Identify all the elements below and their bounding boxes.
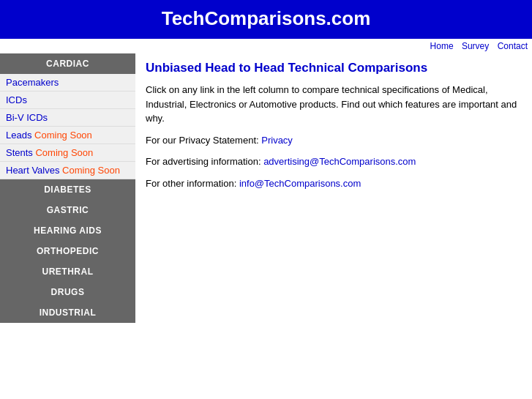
sidebar-section-industrial[interactable]: INDUSTRIAL: [0, 302, 135, 323]
sidebar: CARDIAC Pacemakers ICDs Bi-V ICDs Leads …: [0, 53, 135, 323]
privacy-paragraph: For our Privacy Statement: Privacy: [146, 133, 522, 148]
sidebar-section-hearing-aids[interactable]: HEARING AIDS: [0, 220, 135, 241]
sidebar-item-bi-v-icds[interactable]: Bi-V ICDs: [0, 109, 135, 127]
advertising-label: For advertising information:: [146, 156, 261, 167]
privacy-link[interactable]: Privacy: [261, 135, 293, 146]
sidebar-section-drugs[interactable]: DRUGS: [0, 282, 135, 302]
privacy-label: For our Privacy Statement:: [146, 135, 259, 146]
nav-survey-link[interactable]: Survey: [462, 41, 489, 51]
sidebar-item-pacemakers[interactable]: Pacemakers: [0, 74, 135, 92]
other-link[interactable]: info@TechComparisons.com: [239, 178, 361, 189]
sidebar-section-gastric[interactable]: GASTRIC: [0, 200, 135, 220]
main-content: Unbiased Head to Head Technical Comparis…: [135, 53, 532, 205]
nav-contact-link[interactable]: Contact: [498, 41, 528, 51]
sidebar-section-cardiac[interactable]: CARDIAC: [0, 53, 135, 74]
main-description: Click on any link in the left column to …: [146, 83, 522, 126]
sidebar-item-heart-valves[interactable]: Heart Valves Coming Soon: [0, 162, 135, 179]
page-layout: CARDIAC Pacemakers ICDs Bi-V ICDs Leads …: [0, 53, 532, 323]
advertising-link[interactable]: advertising@TechComparisons.com: [263, 156, 416, 167]
sidebar-item-leads[interactable]: Leads Coming Soon: [0, 127, 135, 144]
main-heading: Unbiased Head to Head Technical Comparis…: [146, 61, 522, 75]
sidebar-section-urethral[interactable]: URETHRAL: [0, 261, 135, 282]
site-title: TechComparisons.com: [0, 7, 532, 30]
top-nav: Home Survey Contact: [0, 39, 532, 53]
advertising-paragraph: For advertising information: advertising…: [146, 154, 522, 169]
sidebar-section-orthopedic[interactable]: ORTHOPEDIC: [0, 241, 135, 261]
other-label: For other information:: [146, 178, 236, 189]
nav-home-link[interactable]: Home: [430, 41, 454, 51]
sidebar-item-icds[interactable]: ICDs: [0, 92, 135, 109]
site-header: TechComparisons.com: [0, 0, 532, 39]
sidebar-section-diabetes[interactable]: DIABETES: [0, 179, 135, 200]
other-paragraph: For other information: info@TechComparis…: [146, 176, 522, 191]
sidebar-item-stents[interactable]: Stents Coming Soon: [0, 144, 135, 162]
